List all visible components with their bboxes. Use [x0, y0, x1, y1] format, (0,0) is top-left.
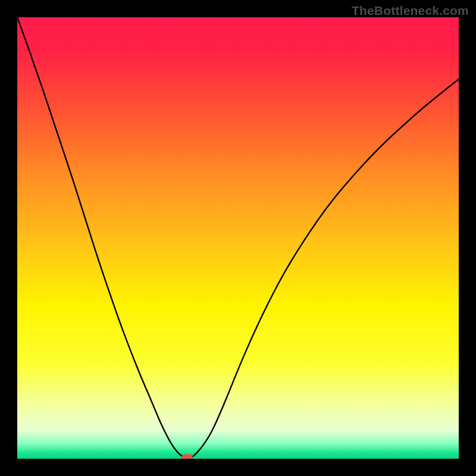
- gradient-background: [17, 17, 459, 459]
- bottleneck-chart: [17, 17, 459, 459]
- chart-frame: TheBottleneck.com: [0, 0, 476, 476]
- optimal-point-marker: [182, 454, 193, 459]
- watermark-text: TheBottleneck.com: [352, 4, 469, 18]
